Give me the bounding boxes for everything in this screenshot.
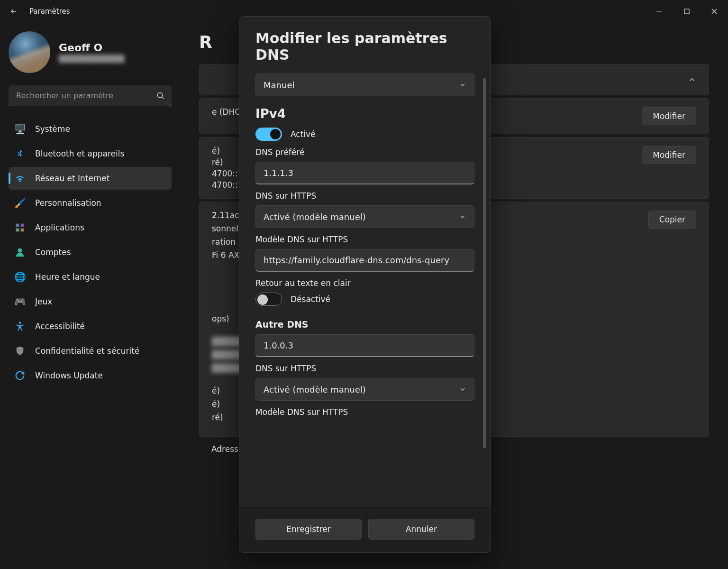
doh-template-input[interactable]: https://family.cloudflare-dns.com/dns-qu… <box>255 249 474 272</box>
dns-mode-select[interactable]: Manuel <box>255 73 474 96</box>
chevron-down-icon <box>459 385 466 393</box>
modal-footer: Enregistrer Annuler <box>239 505 491 552</box>
doh-label: DNS sur HTTPS <box>255 191 474 201</box>
preferred-dns-label: DNS préféré <box>255 147 474 157</box>
preferred-dns-input[interactable]: 1.1.1.3 <box>255 162 474 184</box>
cleartext-toggle-label: Désactivé <box>291 294 330 304</box>
cancel-button[interactable]: Annuler <box>368 519 474 540</box>
alt-dns-input[interactable]: 1.0.0.3 <box>255 334 474 357</box>
cleartext-fallback-label: Retour au texte en clair <box>255 278 474 288</box>
alt-dns-label: Autre DNS <box>255 319 474 330</box>
doh2-template-label: Modèle DNS sur HTTPS <box>255 407 474 417</box>
select-value: Activé (modèle manuel) <box>264 212 366 222</box>
select-value: Activé (modèle manuel) <box>264 385 366 395</box>
doh2-select[interactable]: Activé (modèle manuel) <box>255 378 474 401</box>
doh-select[interactable]: Activé (modèle manuel) <box>255 205 474 228</box>
cleartext-toggle[interactable] <box>255 293 282 306</box>
ipv4-toggle-label: Activé <box>291 129 316 139</box>
ipv4-section-title: IPv4 <box>255 107 474 121</box>
doh-template-label: Modèle DNS sur HTTPS <box>255 235 474 244</box>
scrollbar[interactable] <box>483 78 486 448</box>
select-value: Manuel <box>264 80 294 90</box>
doh2-label: DNS sur HTTPS <box>255 364 474 373</box>
modal-title: Modifier les paramètres DNS <box>255 30 474 63</box>
modal-backdrop: Modifier les paramètres DNS Manuel IPv4 … <box>0 0 728 569</box>
chevron-down-icon <box>459 213 466 220</box>
chevron-down-icon <box>459 81 466 89</box>
ipv4-toggle[interactable] <box>255 128 282 141</box>
dns-settings-modal: Modifier les paramètres DNS Manuel IPv4 … <box>239 16 491 553</box>
save-button[interactable]: Enregistrer <box>255 519 362 540</box>
